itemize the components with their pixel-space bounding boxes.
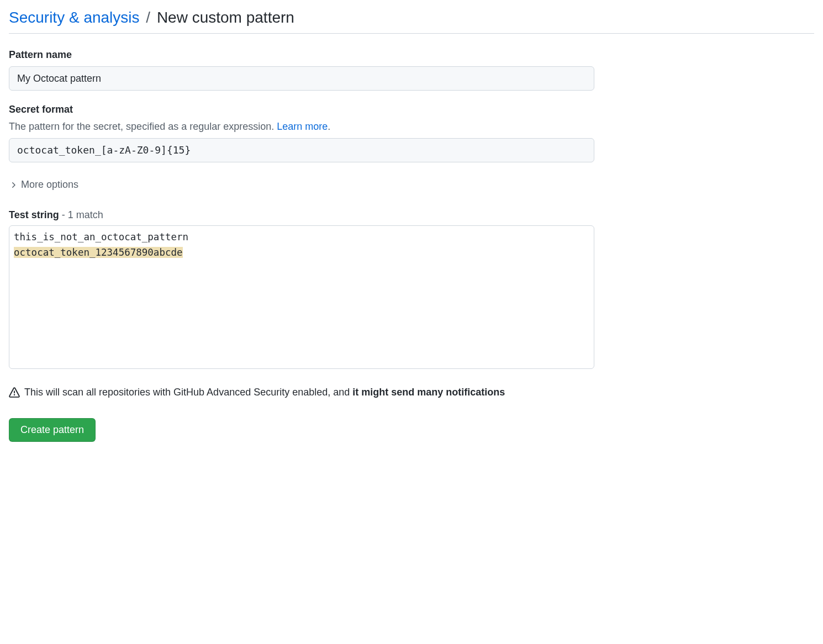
secret-format-desc-text: The pattern for the secret, specified as… (9, 121, 277, 132)
pattern-name-label: Pattern name (9, 49, 814, 61)
test-string-textarea[interactable]: this_is_not_an_octocat_pattern octocat_t… (9, 225, 594, 369)
secret-format-input[interactable] (9, 138, 594, 162)
more-options-label: More options (21, 179, 78, 191)
test-string-line-match: octocat_token_1234567890abcde (14, 247, 183, 258)
test-string-match-count: 1 match (68, 209, 103, 220)
more-options-toggle[interactable]: More options (9, 176, 78, 194)
warning-text-prefix: This will scan all repositories with Git… (24, 387, 352, 398)
test-string-line-nonmatch: this_is_not_an_octocat_pattern (14, 231, 188, 242)
secret-format-label: Secret format (9, 104, 814, 115)
breadcrumb-separator: / (146, 9, 150, 26)
learn-more-link[interactable]: Learn more (277, 121, 328, 132)
create-pattern-button[interactable]: Create pattern (9, 418, 96, 442)
warning-text: This will scan all repositories with Git… (24, 387, 505, 398)
test-string-label-row: Test string - 1 match (9, 209, 814, 221)
secret-format-desc-suffix: . (328, 121, 330, 132)
test-string-group: Test string - 1 match this_is_not_an_oct… (9, 209, 814, 369)
test-string-label: Test string (9, 209, 59, 220)
test-string-match-sep: - (59, 209, 68, 220)
pattern-name-input[interactable] (9, 66, 594, 91)
warning-text-bold: it might send many notifications (352, 387, 505, 398)
secret-format-description: The pattern for the secret, specified as… (9, 121, 814, 133)
alert-icon (9, 387, 20, 398)
chevron-right-icon (9, 181, 18, 189)
pattern-name-group: Pattern name (9, 49, 814, 91)
secret-format-group: Secret format The pattern for the secret… (9, 104, 814, 162)
breadcrumb-current: New custom pattern (157, 9, 294, 26)
breadcrumb-parent-link[interactable]: Security & analysis (9, 9, 140, 26)
breadcrumb: Security & analysis / New custom pattern (9, 9, 814, 34)
warning-message: This will scan all repositories with Git… (9, 387, 814, 398)
